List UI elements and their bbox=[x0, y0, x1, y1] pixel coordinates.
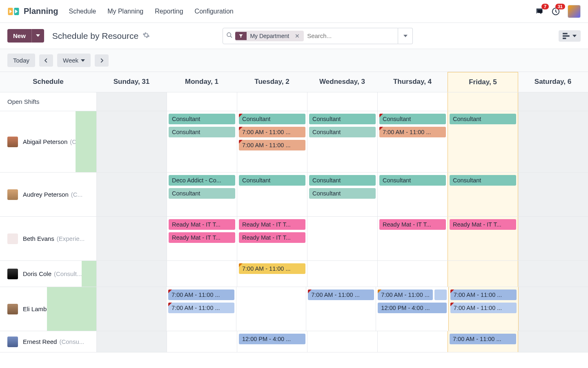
nav-configuration[interactable]: Configuration bbox=[195, 8, 234, 15]
shift-event[interactable]: 7:00 AM - 11:00 ... bbox=[239, 263, 305, 274]
activities-icon[interactable]: 31 bbox=[551, 7, 560, 16]
shift-event[interactable]: Ready Mat - IT T... bbox=[379, 219, 446, 230]
cell[interactable]: Consultant bbox=[448, 173, 518, 216]
view-mode-gantt[interactable] bbox=[559, 30, 581, 42]
cell[interactable] bbox=[96, 111, 167, 172]
cell[interactable]: Consultant Consultant bbox=[167, 111, 237, 172]
cell[interactable] bbox=[518, 261, 588, 287]
cell[interactable] bbox=[307, 331, 377, 352]
shift-event[interactable]: Ready Mat - IT T... bbox=[450, 219, 516, 230]
app-title[interactable]: Planning bbox=[24, 7, 58, 16]
shift-event[interactable]: 7:00 AM - 11:00 ... bbox=[450, 303, 517, 313]
resource-label[interactable]: Ernest Reed (Consu... bbox=[0, 331, 96, 352]
search-input[interactable] bbox=[307, 32, 394, 39]
cell[interactable] bbox=[167, 261, 237, 287]
cell[interactable] bbox=[377, 331, 448, 352]
shift-event[interactable]: Consultant bbox=[309, 127, 376, 137]
cell[interactable] bbox=[96, 287, 166, 331]
cell[interactable]: Consultant Consultant bbox=[307, 173, 377, 216]
cell[interactable] bbox=[307, 261, 377, 287]
shift-event[interactable]: 12:00 PM - 4:00 ... bbox=[378, 303, 447, 313]
shift-event[interactable]: Consultant bbox=[169, 114, 235, 124]
resource-label[interactable]: Abigail Peterson (C... bbox=[0, 111, 96, 172]
cell[interactable] bbox=[237, 92, 307, 111]
next-button[interactable] bbox=[95, 54, 109, 67]
cell[interactable] bbox=[236, 287, 306, 331]
cell[interactable] bbox=[96, 173, 167, 216]
nav-my-planning[interactable]: My Planning bbox=[107, 8, 143, 15]
shift-event[interactable]: 7:00 AM - 11:00 ... bbox=[168, 289, 234, 300]
shift-event[interactable]: 7:00 AM - 11:00 ... bbox=[168, 303, 234, 313]
shift-event[interactable]: 7:00 AM - 11:00 ... bbox=[308, 289, 374, 300]
resource-label[interactable]: Beth Evans (Experie... bbox=[0, 217, 96, 260]
shift-event[interactable]: Consultant bbox=[450, 175, 516, 186]
cell[interactable]: Ready Mat - IT T... Ready Mat - IT T... bbox=[237, 217, 307, 260]
shift-event[interactable]: 7:00 AM - 11:00 ... bbox=[239, 140, 305, 150]
cell[interactable]: 7:00 AM - 11:00 ... bbox=[237, 261, 307, 287]
cell[interactable]: Deco Addict - Co... Consultant bbox=[167, 173, 237, 216]
cell[interactable]: Ready Mat - IT T... bbox=[377, 217, 448, 260]
cell[interactable] bbox=[96, 261, 167, 287]
cell[interactable] bbox=[518, 173, 588, 216]
cell[interactable]: 7:00 AM - 11:00 ... bbox=[306, 287, 376, 331]
cell[interactable] bbox=[448, 261, 518, 287]
cell[interactable]: 7:00 AM - 11:00 ... bbox=[448, 331, 518, 352]
cell[interactable]: 7:00 AM - 11:00 ... 7:00 AM - 11:00 ... bbox=[448, 287, 519, 331]
search-options-dropdown[interactable] bbox=[398, 28, 413, 44]
nav-schedule[interactable]: Schedule bbox=[69, 8, 96, 15]
shift-event[interactable]: Consultant bbox=[169, 127, 235, 137]
cell[interactable] bbox=[96, 92, 167, 111]
cell[interactable] bbox=[96, 331, 167, 352]
shift-event[interactable]: Consultant bbox=[309, 175, 376, 186]
prev-button[interactable] bbox=[39, 54, 53, 67]
search-box[interactable]: My Department ✕ bbox=[223, 28, 398, 44]
resource-label[interactable]: Doris Cole (Consult... bbox=[0, 261, 96, 287]
cell[interactable]: Consultant 7:00 AM - 11:00 ... bbox=[377, 111, 448, 172]
cell[interactable]: 12:00 PM - 4:00 ... bbox=[237, 331, 307, 352]
gear-icon[interactable] bbox=[143, 31, 150, 40]
cell[interactable]: Consultant 7:00 AM - 11:00 ... 7:00 AM -… bbox=[237, 111, 307, 172]
shift-event[interactable]: Ready Mat - IT T... bbox=[169, 232, 235, 243]
cell[interactable] bbox=[448, 92, 518, 111]
shift-event[interactable]: Consultant bbox=[239, 114, 305, 124]
range-picker[interactable]: Week bbox=[57, 54, 91, 67]
cell[interactable] bbox=[307, 92, 377, 111]
shift-event[interactable]: Ready Mat - IT T... bbox=[239, 219, 305, 230]
shift-event[interactable]: Ready Mat - IT T... bbox=[169, 219, 235, 230]
shift-event[interactable]: Consultant bbox=[379, 114, 446, 124]
shift-event[interactable]: Consultant bbox=[239, 175, 305, 186]
cell[interactable] bbox=[377, 92, 448, 111]
cell[interactable]: Consultant bbox=[377, 173, 448, 216]
shift-event[interactable]: 7:00 AM - 11:00 ... bbox=[450, 289, 517, 300]
shift-event[interactable]: Ready Mat - IT T... bbox=[239, 232, 305, 243]
cell[interactable]: Ready Mat - IT T... Ready Mat - IT T... bbox=[167, 217, 237, 260]
cell[interactable]: 7:00 AM - 11:00 ... 7:00 AM - 11:00 ... bbox=[166, 287, 236, 331]
cell[interactable]: Ready Mat - IT T... bbox=[448, 217, 518, 260]
cell[interactable]: 7:00 AM - 11:00 ... 12:00 PM - 4:00 ... bbox=[376, 287, 448, 331]
user-avatar[interactable] bbox=[568, 5, 581, 18]
shift-event[interactable] bbox=[434, 289, 447, 300]
new-dropdown[interactable] bbox=[31, 29, 44, 43]
shift-event[interactable]: 12:00 PM - 4:00 ... bbox=[239, 334, 305, 344]
shift-event[interactable]: Consultant bbox=[309, 114, 376, 124]
messages-icon[interactable]: 7 bbox=[535, 7, 544, 16]
shift-event[interactable]: Consultant bbox=[379, 175, 446, 186]
nav-reporting[interactable]: Reporting bbox=[155, 8, 183, 15]
cell[interactable] bbox=[518, 92, 588, 111]
shift-event[interactable]: Consultant bbox=[169, 188, 235, 199]
open-shifts-label[interactable]: Open Shifts bbox=[0, 92, 96, 111]
shift-event[interactable]: Consultant bbox=[450, 114, 516, 124]
cell[interactable]: Consultant Consultant bbox=[307, 111, 377, 172]
shift-event[interactable]: 7:00 AM - 11:00 ... bbox=[239, 127, 305, 137]
shift-event[interactable]: 7:00 AM - 11:00 ... bbox=[450, 334, 516, 344]
resource-label[interactable]: Eli Lambert (Market... bbox=[0, 287, 96, 331]
new-button[interactable]: New bbox=[7, 29, 31, 43]
cell[interactable] bbox=[518, 287, 588, 331]
resource-label[interactable]: Audrey Peterson (C... bbox=[0, 173, 96, 216]
cell[interactable] bbox=[307, 217, 377, 260]
cell[interactable]: Consultant bbox=[237, 173, 307, 216]
cell[interactable] bbox=[167, 331, 237, 352]
cell[interactable] bbox=[518, 111, 588, 172]
cell[interactable] bbox=[96, 217, 167, 260]
filter-chip-remove[interactable]: ✕ bbox=[292, 33, 302, 39]
